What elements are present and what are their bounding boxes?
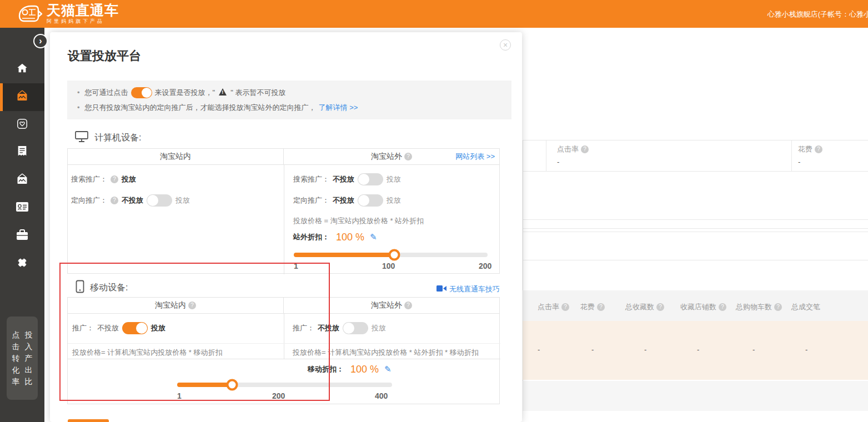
state-text: 不投放	[318, 323, 339, 333]
slider-handle[interactable]	[389, 249, 400, 261]
bg-row-value: -	[752, 345, 755, 354]
bg-col-header: 花费?	[580, 302, 605, 312]
sidebar-item-campaigns[interactable]	[0, 83, 44, 111]
slider-min-label: 1	[177, 391, 182, 400]
computer-offsite-header: 淘宝站外 ? 网站列表 >>	[283, 149, 499, 164]
col-title: 淘宝站内	[160, 152, 191, 162]
question-icon[interactable]: ?	[656, 303, 664, 311]
bg-grid-line	[523, 232, 868, 232]
computer-onsite-header: 淘宝站内	[68, 149, 283, 164]
slider-max-label: 200	[479, 262, 491, 270]
computer-offsite-target-toggle[interactable]	[358, 194, 383, 207]
sidebar-item-tools[interactable]	[0, 222, 44, 250]
col-title: 淘宝站内	[155, 300, 186, 310]
bg-col-header: 总成交笔	[791, 302, 820, 312]
state-text: 投放	[372, 323, 386, 333]
sidebar-nav	[0, 56, 44, 278]
question-icon[interactable]: ?	[581, 145, 589, 153]
mobile-onsite-promo-toggle[interactable]	[122, 322, 148, 334]
state-text: 不投放	[97, 323, 119, 333]
offsite-price-formula: 投放价格 = 淘宝站内投放价格 * 站外折扣	[293, 216, 424, 226]
state-text: 投放	[122, 174, 136, 184]
col-title: 淘宝站外	[371, 152, 402, 162]
sidebar-expand-button[interactable]: ›	[33, 34, 48, 48]
question-icon[interactable]: ?	[719, 303, 726, 311]
sidebar-item-reports[interactable]	[0, 139, 44, 167]
brand[interactable]: 天猫直通车 阿里妈妈旗下产品	[17, 2, 119, 26]
wireless-tips-link[interactable]: 无线直通车技巧	[436, 284, 500, 294]
picture-frame-icon	[16, 173, 29, 188]
question-icon[interactable]: ?	[404, 153, 412, 160]
slider-handle[interactable]	[227, 379, 238, 391]
question-icon[interactable]: ?	[111, 175, 118, 183]
offsite-discount-slider[interactable]	[294, 253, 488, 257]
phone-icon	[76, 280, 84, 295]
mobile-offsite-formula: 投放价格= 计算机淘宝站内投放价格 * 站外折扣 * 移动折扣	[293, 348, 479, 358]
computer-offsite-search-toggle[interactable]	[358, 173, 383, 185]
computer-onsite-target-toggle[interactable]	[147, 194, 172, 207]
save-button[interactable]	[68, 419, 109, 422]
bg-grid-line	[523, 219, 868, 220]
col-header-label: 收藏店铺数	[680, 302, 716, 312]
computer-section-header: 计算机设备:	[74, 130, 141, 145]
bg-col-header: 点击率?	[538, 302, 569, 312]
mobile-offsite-promo-toggle[interactable]	[343, 322, 368, 334]
warning-triangle-icon	[219, 88, 227, 96]
dialog-title: 设置投放平台	[68, 48, 141, 64]
bg-grid-line	[523, 228, 868, 229]
mobile-offsite-header: 淘宝站外 ?	[283, 298, 499, 313]
computer-table: 淘宝站内 淘宝站外 ? 网站列表 >> 搜索推广： ? 投放 定向推广： ? 不…	[67, 148, 500, 274]
state-text: 不投放	[333, 174, 354, 184]
section-title: 移动设备:	[90, 282, 128, 294]
state-text: 投放	[387, 195, 401, 205]
note-text: 您可通过点击	[85, 88, 128, 98]
mobile-onsite-header: 淘宝站内 ?	[68, 298, 283, 313]
state-text: 投放	[175, 195, 190, 205]
close-icon[interactable]: ×	[500, 39, 511, 51]
website-list-link[interactable]: 网站列表 >>	[455, 152, 495, 162]
discount-label: 移动折扣：	[308, 364, 344, 374]
id-card-icon	[16, 202, 29, 215]
sidebar-metrics-panel[interactable]: 点击转化率 投入产出比	[7, 316, 38, 400]
briefcase-icon	[16, 229, 29, 243]
sidebar-item-creatives[interactable]	[0, 167, 44, 194]
sidebar-item-apps[interactable]	[0, 250, 44, 278]
note-text: 来设置是否投放，"	[155, 88, 215, 98]
state-text: 不投放	[122, 195, 143, 205]
brand-title: 天猫直通车	[47, 3, 119, 17]
row-label: 推广：	[72, 323, 94, 333]
metric-label: 花费	[798, 144, 812, 154]
bg-highlight-row[interactable]	[523, 321, 868, 380]
learn-more-link[interactable]: 了解详情 >>	[319, 103, 358, 113]
sidebar-item-account[interactable]	[0, 194, 44, 222]
question-icon[interactable]: ?	[561, 303, 569, 311]
row-label: 推广：	[293, 323, 314, 333]
bg-row-value: -	[591, 345, 594, 354]
offsite-discount-row: 站外折扣： 100 % ✎	[293, 230, 377, 244]
col-header-label: 总收藏数	[625, 302, 654, 312]
mobile-discount-slider[interactable]	[177, 383, 392, 387]
bg-grid-line	[523, 171, 868, 172]
question-icon[interactable]: ?	[597, 303, 605, 311]
note-text: " 表示暂不可投放	[230, 88, 285, 98]
shutter-icon	[16, 256, 29, 272]
edit-pencil-icon[interactable]: ✎	[370, 232, 377, 242]
question-icon[interactable]: ?	[815, 145, 822, 153]
sidebar: ›	[0, 28, 44, 422]
monitor-icon	[74, 130, 89, 145]
mobile-table: 淘宝站内 ? 淘宝站外 ? 推广： 不投放 投放 推广： 不投放 投放	[67, 297, 500, 404]
set-platform-dialog: × 设置投放平台 • 您可通过点击 来设置是否投放，" " 表示暂不可投放 • …	[50, 32, 522, 422]
question-icon[interactable]: ?	[111, 197, 118, 204]
bg-row-value: -	[538, 345, 540, 354]
metric-label: 点击率	[557, 144, 579, 154]
col-header-label: 花费	[580, 302, 595, 312]
sidebar-item-favorites[interactable]	[0, 111, 44, 139]
edit-pencil-icon[interactable]: ✎	[384, 364, 392, 374]
question-icon[interactable]: ?	[404, 302, 412, 309]
sidebar-item-home[interactable]	[0, 56, 44, 83]
mobile-onsite-formula: 投放价格= 计算机淘宝站内投放价格 * 移动折扣	[72, 348, 223, 358]
bg-metric-ctr: 点击率 ?	[557, 144, 589, 154]
question-icon[interactable]: ?	[188, 302, 196, 309]
account-name[interactable]: 心雅小栈旗舰店(子帐号：心雅小栈	[767, 9, 868, 19]
question-icon[interactable]: ?	[774, 303, 782, 311]
